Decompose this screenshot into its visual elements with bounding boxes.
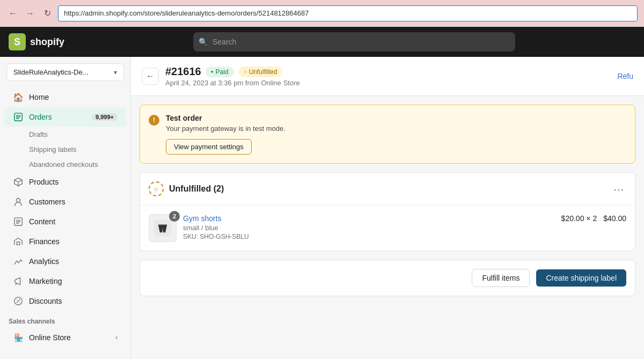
back-button[interactable]: ← (6, 7, 19, 20)
refund-link[interactable]: Refu (617, 72, 633, 80)
card-header: ○ Unfulfilled (2) ··· (140, 173, 635, 206)
search-input[interactable] (193, 32, 515, 52)
sidebar-item-label: Customers (29, 197, 118, 206)
back-button[interactable]: ← (142, 68, 159, 85)
paid-badge: Paid (206, 67, 234, 77)
home-icon: 🏠 (13, 92, 24, 102)
order-date: April 24, 2023 at 3:36 pm from Online St… (165, 79, 300, 87)
online-store-label: Online Store (29, 333, 71, 342)
order-number: #21616 (165, 65, 201, 78)
content-area: ! Test order Your payment gateway is in … (131, 96, 644, 305)
sidebar-item-customers[interactable]: Customers (4, 192, 126, 211)
unfulfilled-badge: Unfulfilled (238, 67, 283, 77)
app-header: S shopify 🔍 (0, 27, 644, 57)
forward-button[interactable]: → (24, 7, 36, 20)
url-bar[interactable] (58, 5, 638, 21)
sidebar-item-label: Discounts (29, 297, 118, 305)
app-layout: SlideRuleAnalytics-De... ▾ 🏠 Home Orders… (0, 57, 644, 359)
item-quantity-badge: 2 (169, 211, 180, 222)
unfulfilled-status-icon: ○ (149, 181, 164, 196)
finances-icon (13, 236, 24, 247)
shopify-logo[interactable]: S shopify (9, 33, 64, 50)
item-details: Gym shorts small / blue SKU: SHO-GSH-SBL… (183, 214, 555, 240)
sidebar-item-drafts[interactable]: Drafts (4, 127, 126, 142)
marketing-icon (13, 276, 24, 287)
sidebar-item-abandoned-checkouts[interactable]: Abandoned checkouts (4, 157, 126, 172)
sidebar: SlideRuleAnalytics-De... ▾ 🏠 Home Orders… (0, 57, 131, 359)
sidebar-item-analytics[interactable]: Analytics (4, 252, 126, 271)
shipping-labels-label: Shipping labels (29, 145, 76, 153)
shopify-logo-icon: S (9, 33, 26, 50)
more-options-button[interactable]: ··· (611, 183, 626, 195)
sidebar-item-label: Products (29, 178, 118, 186)
products-icon (13, 177, 24, 187)
orders-badge: 9,999+ (92, 113, 118, 121)
warning-title: Test order (166, 114, 286, 122)
item-name-link[interactable]: Gym shorts (183, 214, 222, 223)
discounts-icon (13, 296, 24, 306)
warning-icon: ! (149, 115, 159, 126)
unfulfilled-card: ○ Unfulfilled (2) ··· 2 (140, 172, 635, 251)
content-icon (13, 216, 24, 227)
abandoned-checkouts-label: Abandoned checkouts (29, 160, 98, 168)
chevron-right-icon: › (115, 334, 118, 341)
item-image-wrap: 2 (149, 214, 177, 242)
view-payment-settings-button[interactable]: View payment settings (166, 139, 252, 155)
search-icon: 🔍 (199, 38, 208, 46)
order-item: 2 Gym shorts small / blue SKU: SHO-GSH-S… (140, 206, 635, 251)
chevron-down-icon: ▾ (114, 69, 117, 76)
store-selector-label: SlideRuleAnalytics-De... (13, 68, 88, 76)
warning-desc: Your payment gateway is in test mode. (166, 124, 286, 133)
warning-content: Test order Your payment gateway is in te… (166, 114, 286, 155)
sidebar-item-marketing[interactable]: Marketing (4, 272, 126, 291)
item-variant: small / blue (183, 224, 555, 232)
orders-icon (13, 112, 24, 122)
analytics-icon (13, 256, 24, 267)
sidebar-item-label: Orders (29, 113, 86, 121)
sidebar-item-label: Marketing (29, 277, 118, 285)
create-shipping-label-button[interactable]: Create shipping label (536, 269, 626, 287)
sales-channels-label: Sales channels (0, 311, 130, 327)
sidebar-item-content[interactable]: Content (4, 212, 126, 231)
sidebar-item-shipping-labels[interactable]: Shipping labels (4, 142, 126, 157)
sidebar-item-label: Home (29, 93, 118, 101)
fulfill-items-button[interactable]: Fulfill items (472, 269, 530, 287)
sidebar-item-home[interactable]: 🏠 Home (4, 87, 126, 107)
sidebar-item-label: Content (29, 217, 118, 226)
unfulfilled-title: Unfulfilled (2) (169, 184, 606, 194)
customers-icon (13, 196, 24, 207)
svg-point-1 (16, 199, 20, 202)
item-total: $40.00 (603, 214, 626, 223)
item-sku: SKU: SHO-GSH-SBLU (183, 233, 555, 240)
refresh-button[interactable]: ↻ (41, 7, 54, 20)
sidebar-item-label: Analytics (29, 257, 118, 266)
store-selector[interactable]: SlideRuleAnalytics-De... ▾ (6, 63, 124, 81)
order-header: ← #21616 Paid Unfulfilled April 24, 2023… (131, 57, 644, 96)
header-search: 🔍 (193, 32, 515, 52)
browser-bar: ← → ↻ (0, 0, 644, 27)
sidebar-item-products[interactable]: Products (4, 172, 126, 192)
shopify-wordmark: shopify (30, 36, 64, 48)
sidebar-item-discounts[interactable]: Discounts (4, 291, 126, 311)
svg-rect-3 (17, 242, 19, 245)
sidebar-item-orders[interactable]: Orders 9,999+ (4, 107, 126, 127)
sidebar-item-label: Finances (29, 237, 118, 246)
action-bar: Fulfill items Create shipping label (140, 260, 635, 296)
item-price: $20.00 × 2 (561, 214, 597, 223)
online-store-icon: 🏪 (13, 332, 24, 343)
main-content: ← #21616 Paid Unfulfilled April 24, 2023… (131, 57, 644, 359)
sidebar-item-finances[interactable]: Finances (4, 232, 126, 251)
sidebar-item-online-store[interactable]: 🏪 Online Store › (4, 328, 126, 347)
drafts-label: Drafts (29, 130, 48, 138)
warning-banner: ! Test order Your payment gateway is in … (140, 105, 635, 164)
